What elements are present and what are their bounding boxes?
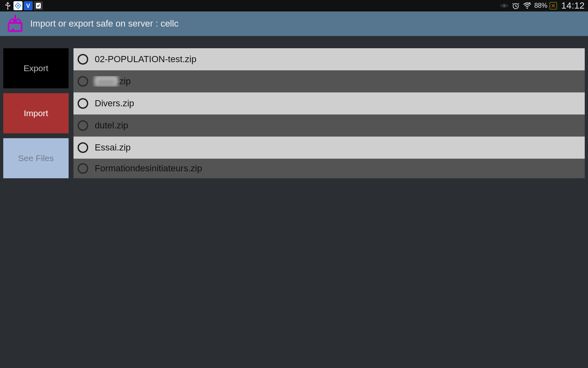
checklist-badge-icon	[34, 1, 43, 10]
svg-rect-1	[9, 5, 10, 6]
android-status-bar: V 88% ✕ 14:12	[0, 0, 588, 11]
file-row[interactable]: dutel.zip	[74, 114, 585, 137]
svg-point-4	[17, 5, 19, 7]
status-left-icons: V	[3, 1, 43, 10]
battery-percent: 88%	[534, 2, 547, 9]
see-files-button[interactable]: See Files	[3, 138, 69, 178]
radio-icon[interactable]	[78, 98, 88, 109]
file-row[interactable]: 02-POPULATION-test.zip	[74, 48, 585, 70]
file-row[interactable]: Divers.zip	[74, 92, 585, 114]
file-row[interactable]: Formationdesinitiateurs.zip	[74, 159, 585, 178]
safe-import-icon	[6, 14, 24, 33]
no-signal-icon: ✕	[550, 2, 557, 9]
status-clock: 14:12	[561, 0, 585, 11]
import-button[interactable]: Import	[3, 93, 69, 133]
app-bar: Import or export safe on server : cellc	[0, 11, 588, 36]
file-row[interactable]: Essai.zip	[74, 137, 585, 159]
v-badge-icon: V	[24, 1, 33, 10]
file-name: xxxx.zip	[92, 76, 581, 87]
wifi-icon	[523, 1, 532, 10]
app-bar-title: Import or export safe on server : cellc	[30, 18, 178, 29]
radio-icon[interactable]	[78, 163, 88, 174]
svg-point-2	[5, 4, 7, 5]
svg-point-8	[527, 7, 528, 9]
file-row[interactable]: xxxx.zip	[74, 70, 585, 92]
svg-point-6	[503, 4, 506, 7]
svg-rect-10	[12, 29, 14, 30]
radio-icon[interactable]	[78, 76, 88, 87]
svg-point-0	[7, 8, 8, 9]
file-name: Divers.zip	[92, 98, 581, 109]
app-badge-icon	[13, 1, 22, 10]
redacted-text: xxxx	[95, 76, 118, 86]
action-sidebar: Export Import See Files	[3, 48, 69, 178]
usb-icon	[3, 1, 12, 10]
main-content: Export Import See Files 02-POPULATION-te…	[0, 36, 588, 178]
radio-icon[interactable]	[78, 120, 88, 131]
file-name: 02-POPULATION-test.zip	[92, 54, 581, 65]
export-button[interactable]: Export	[3, 48, 69, 88]
eye-icon	[500, 1, 509, 10]
radio-icon[interactable]	[78, 54, 88, 65]
file-name: dutel.zip	[92, 120, 581, 131]
radio-icon[interactable]	[78, 142, 88, 153]
status-right-icons: 88% ✕ 14:12	[500, 0, 585, 11]
file-list[interactable]: 02-POPULATION-test.zip xxxx.zip Divers.z…	[74, 48, 585, 178]
svg-rect-9	[9, 23, 22, 31]
file-name: Essai.zip	[92, 142, 581, 153]
file-name: Formationdesinitiateurs.zip	[92, 163, 581, 174]
alarm-icon	[511, 1, 520, 10]
